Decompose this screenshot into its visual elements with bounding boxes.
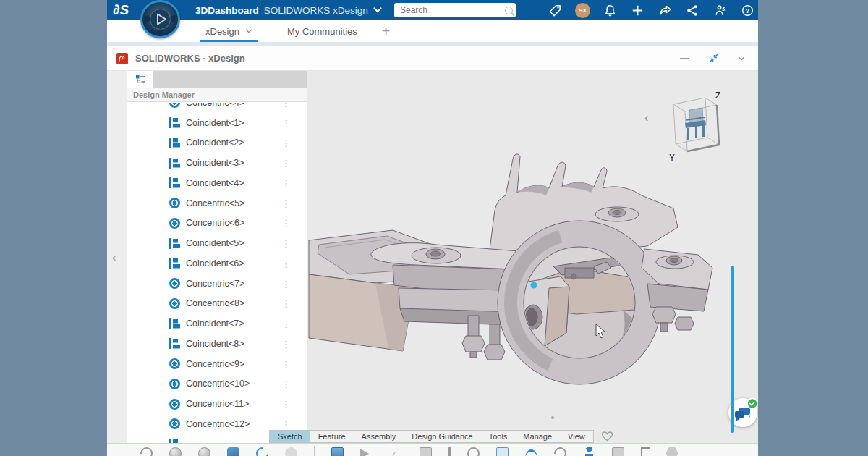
favorites-heart-icon[interactable] <box>601 431 613 442</box>
3ds-logo-icon[interactable]: ∂S <box>113 1 139 19</box>
tree-item[interactable]: Coincident<4> ⋮ <box>127 173 297 193</box>
kebab-menu-icon[interactable]: ⋮ <box>281 259 291 267</box>
kebab-menu-icon[interactable]: ⋮ <box>281 380 291 388</box>
tree-item[interactable]: Coincident<2> ⋮ <box>127 133 297 153</box>
axis-label-y: Y <box>669 153 675 163</box>
collapse-restore-icon[interactable] <box>708 53 719 64</box>
chevron-down-icon[interactable] <box>373 7 382 13</box>
mate-type-icon <box>169 399 180 410</box>
tree-item-label: Coincident<8> <box>186 339 244 349</box>
design-manager-tab[interactable] <box>127 71 153 88</box>
notifications-bell-icon[interactable] <box>603 3 618 18</box>
tree-item[interactable]: Coincident<5> ⋮ <box>127 233 297 253</box>
tree-item[interactable]: Coincident<6> ⋮ <box>127 253 297 274</box>
add-icon[interactable] <box>630 3 645 18</box>
ribbon-tab[interactable]: Manage <box>515 431 560 442</box>
mate-type-icon <box>169 358 180 369</box>
toolbar-icon[interactable] <box>138 445 156 456</box>
kebab-menu-icon[interactable]: ⋮ <box>281 420 291 428</box>
ribbon-tab[interactable]: Assembly <box>354 431 404 442</box>
kebab-menu-icon[interactable]: ⋮ <box>281 199 291 207</box>
kebab-menu-icon[interactable]: ⋮ <box>281 159 291 167</box>
toolbar-icon[interactable] <box>198 447 210 456</box>
kebab-menu-icon[interactable]: ⋮ <box>281 219 291 227</box>
help-icon[interactable]: ? <box>740 3 755 18</box>
panel-scrollbar-thumb[interactable] <box>731 266 734 433</box>
panel-collapse-strip[interactable]: ‹ <box>107 71 127 443</box>
assistant-person-icon[interactable] <box>712 3 728 18</box>
kebab-menu-icon[interactable]: ⋮ <box>281 179 291 187</box>
kebab-menu-icon[interactable]: ⋮ <box>281 139 291 147</box>
ribbon-tab[interactable]: Tools <box>481 431 516 442</box>
tree-item-label: Concentric<5> <box>186 198 244 208</box>
community-tab[interactable]: xDesign <box>201 20 257 42</box>
tag-icon[interactable] <box>548 3 563 18</box>
tree-item[interactable]: Concentric<4> ⋮ <box>127 103 297 113</box>
kebab-menu-icon[interactable]: ⋮ <box>281 360 291 368</box>
toolbar-icon[interactable] <box>641 447 650 456</box>
share-network-icon[interactable] <box>685 3 700 18</box>
toolbar-icon[interactable] <box>227 447 239 456</box>
toolbar-icon[interactable] <box>331 447 344 456</box>
tree-item[interactable]: Concentric<11> ⋮ <box>127 394 297 414</box>
tree-item[interactable]: Concentric<5> ⋮ <box>127 193 297 214</box>
toolbar-icon[interactable] <box>467 447 480 456</box>
tree-item[interactable]: Coincident<3> ⋮ <box>127 153 297 173</box>
kebab-menu-icon[interactable]: ⋮ <box>281 300 291 308</box>
toolbar-icon[interactable] <box>169 447 182 456</box>
tree-item[interactable]: Concentric<8> ⋮ <box>127 294 297 314</box>
search-icon[interactable] <box>505 7 513 14</box>
chevron-down-icon[interactable] <box>738 56 745 61</box>
toolbar-icon[interactable] <box>360 449 374 456</box>
ribbon-tab[interactable]: View <box>560 431 593 442</box>
dashboard-window: ∂S 3DDashboard SOLIDWORKS xDesign SX <box>107 0 758 456</box>
3d-viewport[interactable]: ‹ Z Y <box>307 71 758 443</box>
search-input[interactable] <box>400 5 505 15</box>
community-tab[interactable]: My Communities <box>283 20 362 42</box>
toolbar-icon[interactable] <box>496 447 509 456</box>
toolbar-icon[interactable] <box>612 447 624 456</box>
tree-item[interactable]: Coincident<7> ⋮ <box>127 313 297 334</box>
view-cube[interactable]: Z Y <box>665 88 731 165</box>
top-bar: ∂S 3DDashboard SOLIDWORKS xDesign SX <box>107 0 758 20</box>
toolbar-icon[interactable] <box>314 446 315 456</box>
toolbar-icon[interactable] <box>448 447 451 456</box>
toolbar-icon[interactable] <box>420 447 432 456</box>
tree-item[interactable]: Coincident<8> ⋮ <box>127 334 297 354</box>
3dexperience-compass-icon[interactable] <box>140 0 180 38</box>
tree-item-label: Concentric<6> <box>186 218 244 228</box>
avatar[interactable]: SX <box>575 3 590 18</box>
toolbar-icon[interactable] <box>285 447 297 456</box>
viewcube-collapse-icon[interactable]: ‹ <box>644 111 648 124</box>
tree-item[interactable]: Concentric<7> ⋮ <box>127 274 297 294</box>
kebab-menu-icon[interactable]: ⋮ <box>281 240 291 248</box>
kebab-menu-icon[interactable]: ⋮ <box>281 119 291 127</box>
app-title-bar: SOLIDWORKS - xDesign <box>107 46 758 71</box>
toolbar-icon[interactable] <box>254 445 271 456</box>
kebab-menu-icon[interactable]: ⋮ <box>281 279 291 287</box>
minimize-icon[interactable] <box>680 58 689 59</box>
tree-item[interactable]: Concentric<10> ⋮ <box>127 374 297 394</box>
tree-item[interactable]: Coincident<1> ⋮ <box>127 113 297 133</box>
chevron-left-icon[interactable]: ‹ <box>112 250 116 265</box>
toolbar-icon[interactable] <box>525 449 537 456</box>
tree-item-label: Concentric<11> <box>186 399 249 409</box>
kebab-menu-icon[interactable]: ⋮ <box>281 320 291 328</box>
toolbar-icon[interactable] <box>551 445 569 456</box>
share-arrow-icon[interactable] <box>658 3 673 18</box>
add-tab-button[interactable]: + <box>382 24 391 38</box>
toolbar-icon[interactable] <box>391 447 403 456</box>
search-box[interactable] <box>394 3 516 17</box>
toolbar-icon[interactable] <box>666 447 678 456</box>
tree-item[interactable]: Concentric<9> ⋮ <box>127 354 297 374</box>
ribbon-tab[interactable]: Sketch <box>270 431 310 442</box>
ribbon-tab[interactable]: Feature <box>310 431 354 442</box>
ribbon-tab[interactable]: Design Guidance <box>404 431 480 442</box>
kebab-menu-icon[interactable]: ⋮ <box>281 339 291 347</box>
kebab-menu-icon[interactable]: ⋮ <box>281 103 291 106</box>
panel-scrollbar-track[interactable] <box>297 103 307 443</box>
tree-item[interactable]: Concentric<6> ⋮ <box>127 214 297 234</box>
kebab-menu-icon[interactable]: ⋮ <box>281 400 291 408</box>
toolbar-icon[interactable] <box>583 447 595 456</box>
tree-item-label: Coincident<2> <box>186 138 244 148</box>
